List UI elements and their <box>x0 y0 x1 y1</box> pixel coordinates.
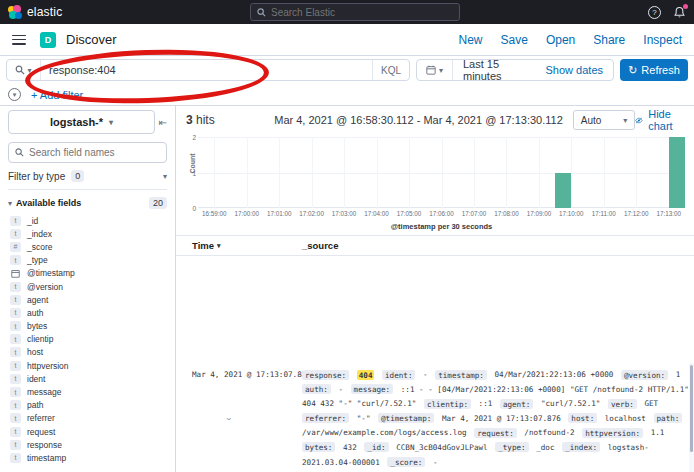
saved-query-menu-button[interactable]: ▾ <box>7 60 41 80</box>
y-tick-label: 1 <box>186 169 196 176</box>
date-quick-select-button[interactable]: ▾ <box>417 60 453 80</box>
gridline <box>539 137 540 208</box>
field-item-type[interactable]: t_type <box>10 254 167 267</box>
query-input-control[interactable]: ▾ response:404 KQL <box>6 59 410 81</box>
field-item-clientip[interactable]: tclientip <box>10 333 167 346</box>
add-filter-button[interactable]: + Add filter <box>31 89 83 101</box>
text-field-icon: t <box>10 216 21 226</box>
text-field-icon: t <box>10 440 21 450</box>
nav-action-share[interactable]: Share <box>593 33 625 47</box>
field-item-index[interactable]: t_index <box>10 227 167 240</box>
elastic-logo[interactable]: elastic <box>8 5 62 19</box>
field-item-auth[interactable]: tauth <box>10 306 167 319</box>
nav-action-save[interactable]: Save <box>501 33 528 47</box>
number-field-icon: # <box>10 242 21 252</box>
field-badge: request: <box>474 428 517 438</box>
chevron-down-icon: ▾ <box>109 118 113 127</box>
nav-action-open[interactable]: Open <box>546 33 575 47</box>
time-column-header[interactable]: Time ▾ <box>192 240 302 251</box>
field-name: auth <box>27 308 44 318</box>
row-source: response: 404 ident: - timestamp: 04/Mar… <box>302 368 689 470</box>
nav-action-inspect[interactable]: Inspect <box>643 33 682 47</box>
field-item-version[interactable]: t@version <box>10 280 167 293</box>
newsfeed-icon[interactable] <box>673 6 686 19</box>
field-search[interactable] <box>8 142 167 163</box>
field-item-agent[interactable]: tagent <box>10 293 167 306</box>
gridline <box>636 137 637 208</box>
field-item-referrer[interactable]: treferrer <box>10 412 167 425</box>
fields-sidebar: logstash-* ▾ ⇤ Filter by type 0 ▾ ▾ Avai… <box>0 105 176 472</box>
field-name: bytes <box>27 321 47 331</box>
gridline <box>409 137 410 208</box>
search-icon <box>15 148 24 157</box>
gridline <box>604 137 605 208</box>
field-search-input[interactable] <box>29 147 149 158</box>
expand-row-icon[interactable]: › <box>176 411 235 427</box>
nav-action-new[interactable]: New <box>459 33 483 47</box>
histogram-bar-17:09:30[interactable] <box>555 173 571 209</box>
histogram-bar-17:13:00[interactable] <box>669 137 685 208</box>
field-value: - <box>433 458 438 467</box>
app-navbar: D Discover NewSaveOpenShareInspect <box>0 24 694 56</box>
query-language-button[interactable]: KQL <box>372 60 409 80</box>
scrollbar-thumb[interactable] <box>690 365 693 452</box>
interval-select[interactable]: Auto ▾ <box>573 110 636 130</box>
field-badge: ident: <box>382 370 415 380</box>
query-input[interactable]: response:404 <box>41 64 372 76</box>
show-dates-button[interactable]: Show dates <box>536 64 613 76</box>
field-item-score[interactable]: #_score <box>10 240 167 253</box>
scrollbar[interactable] <box>689 363 694 472</box>
x-tick-label: 17:05:00 <box>397 210 422 217</box>
hide-chart-button[interactable]: Hide chart <box>635 108 684 132</box>
discover-app-badge[interactable]: D <box>40 32 56 48</box>
chart-plot-area: 012 <box>198 137 685 208</box>
field-item-timestamp[interactable]: @timestamp <box>10 267 167 280</box>
refresh-button[interactable]: ↻ Refresh <box>620 59 688 81</box>
field-badge: clientip: <box>424 399 471 409</box>
field-name: path <box>27 400 44 410</box>
field-name: @timestamp <box>27 268 75 278</box>
field-name: _score <box>27 242 53 252</box>
field-item-ident[interactable]: tident <box>10 372 167 385</box>
x-tick-label: 17:03:00 <box>332 210 357 217</box>
field-value: 1.1 <box>651 428 665 437</box>
sort-desc-icon[interactable]: ▾ <box>217 242 221 250</box>
index-pattern-selector[interactable]: logstash-* ▾ <box>8 110 155 134</box>
global-search[interactable] <box>250 3 460 21</box>
x-axis-label: @timestamp per 30 seconds <box>198 222 685 231</box>
field-item-httpversion[interactable]: thttpversion <box>10 359 167 372</box>
time-range-value[interactable]: Last 15 minutes <box>453 58 536 82</box>
x-tick-label: 17:06:00 <box>429 210 454 217</box>
help-icon[interactable]: ? <box>648 6 661 19</box>
text-field-icon: t <box>10 282 21 292</box>
source-column-header: _source <box>302 240 338 251</box>
menu-icon[interactable] <box>12 35 26 45</box>
field-item-host[interactable]: thost <box>10 346 167 359</box>
x-tick-label: 17:13:00 <box>657 210 682 217</box>
field-badge: _id: <box>364 442 388 452</box>
field-value: 1 <box>676 370 681 379</box>
field-item-bytes[interactable]: tbytes <box>10 320 167 333</box>
field-name: agent <box>27 295 48 305</box>
available-fields-header[interactable]: ▾ Available fields 20 <box>0 190 175 213</box>
field-value: - <box>423 370 428 379</box>
chevron-down-icon: ▾ <box>623 116 627 125</box>
x-tick-label: 17:12:00 <box>624 210 649 217</box>
field-item-timestamp[interactable]: ttimestamp <box>10 451 167 464</box>
filter-by-type[interactable]: Filter by type 0 ▾ <box>8 170 167 190</box>
field-item-message[interactable]: tmessage <box>10 385 167 398</box>
text-field-icon: t <box>10 427 21 437</box>
field-badge: timestamp: <box>435 370 487 380</box>
collapse-sidebar-icon[interactable]: ⇤ <box>155 117 171 128</box>
field-item-path[interactable]: tpath <box>10 399 167 412</box>
filter-bar: ▾ + Add filter <box>0 84 694 105</box>
filter-options-icon[interactable]: ▾ <box>8 88 21 101</box>
field-name: _id <box>27 216 38 226</box>
available-fields-count-badge: 20 <box>149 197 167 209</box>
field-item-response[interactable]: tresponse <box>10 438 167 451</box>
field-name: response <box>27 440 62 450</box>
field-item-request[interactable]: trequest <box>10 425 167 438</box>
field-value: Mar 4, 2021 @ 17:13:07.876 <box>442 414 561 423</box>
global-search-input[interactable] <box>271 7 431 18</box>
field-item-id[interactable]: t_id <box>10 214 167 227</box>
